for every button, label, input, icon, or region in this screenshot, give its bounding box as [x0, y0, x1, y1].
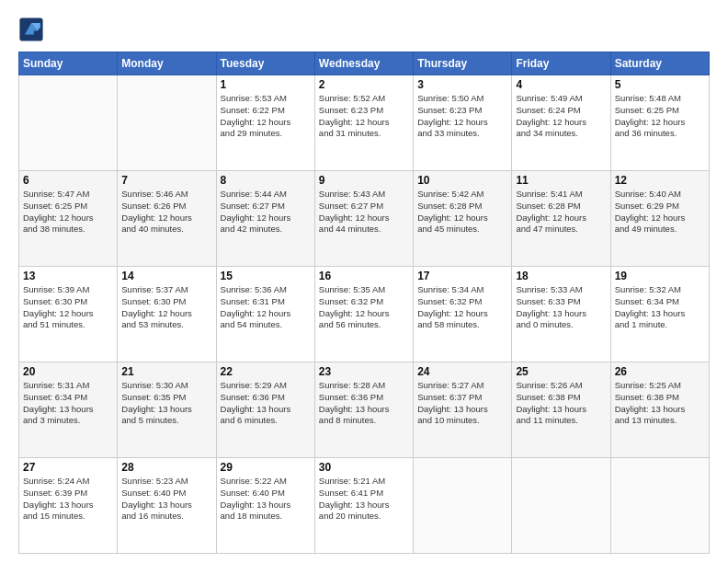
calendar-cell: [118, 75, 216, 171]
weekday-header-sunday: Sunday: [19, 52, 118, 75]
weekday-header-saturday: Saturday: [610, 52, 709, 75]
day-number: 3: [417, 78, 507, 91]
day-number: 12: [615, 174, 705, 187]
calendar-week-1: 1Sunrise: 5:53 AM Sunset: 6:22 PM Daylig…: [19, 75, 710, 171]
day-detail: Sunrise: 5:36 AM Sunset: 6:31 PM Dayligh…: [221, 284, 311, 331]
day-detail: Sunrise: 5:28 AM Sunset: 6:36 PM Dayligh…: [319, 380, 409, 427]
calendar-cell: [19, 75, 118, 171]
day-number: 2: [319, 78, 409, 91]
day-number: 11: [516, 174, 606, 187]
day-number: 18: [516, 270, 606, 282]
calendar-cell: 25Sunrise: 5:26 AM Sunset: 6:38 PM Dayli…: [512, 362, 610, 458]
day-detail: Sunrise: 5:23 AM Sunset: 6:40 PM Dayligh…: [121, 476, 211, 523]
calendar-cell: 23Sunrise: 5:28 AM Sunset: 6:36 PM Dayli…: [314, 362, 413, 458]
day-number: 26: [615, 365, 705, 378]
day-number: 14: [121, 270, 211, 282]
day-detail: Sunrise: 5:44 AM Sunset: 6:27 PM Dayligh…: [221, 189, 311, 236]
day-number: 21: [121, 365, 211, 378]
day-number: 5: [615, 78, 705, 91]
day-detail: Sunrise: 5:53 AM Sunset: 6:22 PM Dayligh…: [221, 93, 311, 140]
day-detail: Sunrise: 5:46 AM Sunset: 6:26 PM Dayligh…: [121, 189, 211, 236]
day-number: 4: [516, 78, 606, 91]
day-detail: Sunrise: 5:22 AM Sunset: 6:40 PM Dayligh…: [221, 476, 311, 523]
calendar-cell: 6Sunrise: 5:47 AM Sunset: 6:25 PM Daylig…: [19, 171, 118, 267]
day-detail: Sunrise: 5:32 AM Sunset: 6:34 PM Dayligh…: [615, 284, 705, 331]
day-detail: Sunrise: 5:31 AM Sunset: 6:34 PM Dayligh…: [23, 380, 113, 427]
day-detail: Sunrise: 5:33 AM Sunset: 6:33 PM Dayligh…: [516, 284, 606, 331]
calendar-cell: [610, 458, 709, 554]
day-detail: Sunrise: 5:41 AM Sunset: 6:28 PM Dayligh…: [516, 189, 606, 236]
day-number: 25: [516, 365, 606, 378]
logo-icon: [18, 17, 44, 42]
calendar-cell: 11Sunrise: 5:41 AM Sunset: 6:28 PM Dayli…: [512, 171, 610, 267]
day-detail: Sunrise: 5:42 AM Sunset: 6:28 PM Dayligh…: [417, 189, 507, 236]
day-number: 19: [615, 270, 705, 282]
calendar-cell: 12Sunrise: 5:40 AM Sunset: 6:29 PM Dayli…: [610, 171, 709, 267]
day-detail: Sunrise: 5:30 AM Sunset: 6:35 PM Dayligh…: [121, 380, 211, 427]
calendar-week-3: 13Sunrise: 5:39 AM Sunset: 6:30 PM Dayli…: [19, 267, 710, 362]
weekday-header-thursday: Thursday: [414, 52, 512, 75]
day-detail: Sunrise: 5:24 AM Sunset: 6:39 PM Dayligh…: [23, 476, 113, 523]
day-number: 20: [23, 365, 113, 378]
calendar-cell: 4Sunrise: 5:49 AM Sunset: 6:24 PM Daylig…: [512, 75, 610, 171]
weekday-header-tuesday: Tuesday: [216, 52, 314, 75]
page: SundayMondayTuesdayWednesdayThursdayFrid…: [0, 0, 728, 563]
day-number: 10: [417, 174, 507, 187]
day-number: 6: [23, 174, 113, 187]
calendar-cell: 15Sunrise: 5:36 AM Sunset: 6:31 PM Dayli…: [216, 267, 314, 362]
day-number: 29: [221, 461, 311, 474]
day-detail: Sunrise: 5:52 AM Sunset: 6:23 PM Dayligh…: [319, 93, 409, 140]
calendar-cell: 10Sunrise: 5:42 AM Sunset: 6:28 PM Dayli…: [414, 171, 512, 267]
day-number: 28: [121, 461, 211, 474]
calendar-cell: 5Sunrise: 5:48 AM Sunset: 6:25 PM Daylig…: [610, 75, 709, 171]
day-number: 23: [319, 365, 409, 378]
day-detail: Sunrise: 5:34 AM Sunset: 6:32 PM Dayligh…: [417, 284, 507, 331]
calendar-cell: 16Sunrise: 5:35 AM Sunset: 6:32 PM Dayli…: [314, 267, 413, 362]
calendar-cell: 28Sunrise: 5:23 AM Sunset: 6:40 PM Dayli…: [118, 458, 216, 554]
day-number: 22: [221, 365, 311, 378]
calendar-cell: 27Sunrise: 5:24 AM Sunset: 6:39 PM Dayli…: [19, 458, 118, 554]
day-detail: Sunrise: 5:47 AM Sunset: 6:25 PM Dayligh…: [23, 189, 113, 236]
day-detail: Sunrise: 5:27 AM Sunset: 6:37 PM Dayligh…: [417, 380, 507, 427]
calendar-cell: 26Sunrise: 5:25 AM Sunset: 6:38 PM Dayli…: [610, 362, 709, 458]
day-detail: Sunrise: 5:48 AM Sunset: 6:25 PM Dayligh…: [615, 93, 705, 140]
calendar-cell: [512, 458, 610, 554]
day-number: 30: [319, 461, 409, 474]
calendar-cell: 1Sunrise: 5:53 AM Sunset: 6:22 PM Daylig…: [216, 75, 314, 171]
weekday-header-monday: Monday: [118, 52, 216, 75]
day-number: 24: [417, 365, 507, 378]
day-detail: Sunrise: 5:35 AM Sunset: 6:32 PM Dayligh…: [319, 284, 409, 331]
day-number: 16: [319, 270, 409, 282]
day-number: 13: [23, 270, 113, 282]
calendar-cell: [414, 458, 512, 554]
day-number: 17: [417, 270, 507, 282]
calendar-cell: 13Sunrise: 5:39 AM Sunset: 6:30 PM Dayli…: [19, 267, 118, 362]
day-detail: Sunrise: 5:43 AM Sunset: 6:27 PM Dayligh…: [319, 189, 409, 236]
calendar-cell: 20Sunrise: 5:31 AM Sunset: 6:34 PM Dayli…: [19, 362, 118, 458]
calendar-cell: 3Sunrise: 5:50 AM Sunset: 6:23 PM Daylig…: [414, 75, 512, 171]
weekday-header-wednesday: Wednesday: [314, 52, 413, 75]
calendar-cell: 17Sunrise: 5:34 AM Sunset: 6:32 PM Dayli…: [414, 267, 512, 362]
day-detail: Sunrise: 5:40 AM Sunset: 6:29 PM Dayligh…: [615, 189, 705, 236]
day-detail: Sunrise: 5:50 AM Sunset: 6:23 PM Dayligh…: [417, 93, 507, 140]
day-detail: Sunrise: 5:39 AM Sunset: 6:30 PM Dayligh…: [23, 284, 113, 331]
day-detail: Sunrise: 5:29 AM Sunset: 6:36 PM Dayligh…: [221, 380, 311, 427]
calendar-table: SundayMondayTuesdayWednesdayThursdayFrid…: [18, 52, 710, 554]
day-number: 7: [121, 174, 211, 187]
calendar-cell: 22Sunrise: 5:29 AM Sunset: 6:36 PM Dayli…: [216, 362, 314, 458]
day-detail: Sunrise: 5:21 AM Sunset: 6:41 PM Dayligh…: [319, 476, 409, 523]
logo: [18, 17, 46, 42]
day-number: 9: [319, 174, 409, 187]
weekday-header-row: SundayMondayTuesdayWednesdayThursdayFrid…: [19, 52, 710, 75]
calendar-cell: 14Sunrise: 5:37 AM Sunset: 6:30 PM Dayli…: [118, 267, 216, 362]
day-number: 8: [221, 174, 311, 187]
calendar-cell: 24Sunrise: 5:27 AM Sunset: 6:37 PM Dayli…: [414, 362, 512, 458]
calendar-cell: 7Sunrise: 5:46 AM Sunset: 6:26 PM Daylig…: [118, 171, 216, 267]
calendar-cell: 29Sunrise: 5:22 AM Sunset: 6:40 PM Dayli…: [216, 458, 314, 554]
day-detail: Sunrise: 5:49 AM Sunset: 6:24 PM Dayligh…: [516, 93, 606, 140]
calendar-cell: 21Sunrise: 5:30 AM Sunset: 6:35 PM Dayli…: [118, 362, 216, 458]
day-detail: Sunrise: 5:26 AM Sunset: 6:38 PM Dayligh…: [516, 380, 606, 427]
calendar-week-5: 27Sunrise: 5:24 AM Sunset: 6:39 PM Dayli…: [19, 458, 710, 554]
calendar-cell: 9Sunrise: 5:43 AM Sunset: 6:27 PM Daylig…: [314, 171, 413, 267]
calendar-cell: 30Sunrise: 5:21 AM Sunset: 6:41 PM Dayli…: [314, 458, 413, 554]
